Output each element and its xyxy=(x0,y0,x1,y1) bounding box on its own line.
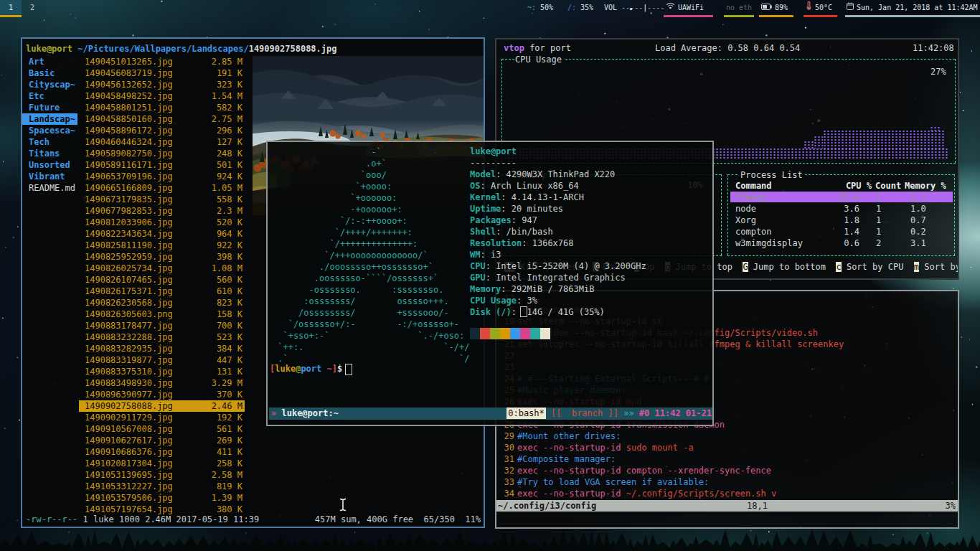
vim-line[interactable]: 34exec --no-startup-id ~/.config/Scripts… xyxy=(496,488,958,499)
directory-entry[interactable]: Art xyxy=(22,56,77,67)
directory-entry[interactable]: Unsorted xyxy=(22,159,77,171)
desktop: 1 2 ~: 50% /: 35% VOL -----|---- UAWiFi … xyxy=(0,0,980,551)
vim-status-bar: ~/.config/i3/config 18,1 3% xyxy=(496,500,958,512)
info-value: 20 minutes xyxy=(512,204,563,214)
info-colon: : xyxy=(517,296,527,306)
palette-swatch xyxy=(500,328,510,339)
line-number: 34 xyxy=(496,488,514,499)
process-row[interactable]: node3.611.0 xyxy=(730,203,953,215)
workspace-button-2[interactable]: 2 xyxy=(22,0,43,15)
file-row[interactable]: 1491053312227.jpg819 K xyxy=(22,481,484,492)
file-size: 501 K xyxy=(79,159,242,171)
vim-line[interactable]: 32exec --no-startup-id compton --xrender… xyxy=(496,465,958,476)
file-size: 922 K xyxy=(79,240,242,251)
hint-key[interactable]: G xyxy=(743,262,748,272)
module-disk-home[interactable]: ~: 50% xyxy=(527,0,553,15)
shell-prompt[interactable]: [luke@port ~]$ xyxy=(270,363,347,375)
process-row[interactable]: compton1.410.2 xyxy=(730,226,953,237)
file-details: 1 luke 1000 2.46M 2017-05-19 11:39 xyxy=(77,514,259,524)
directory-entry[interactable]: README.md xyxy=(22,182,77,194)
column-header[interactable]: Command xyxy=(735,180,772,192)
line-text: #Composite manager: xyxy=(517,453,616,465)
syntax-token: ~/.config/Scripts/screen.sh v xyxy=(621,489,777,499)
terminal-color-palette xyxy=(470,328,550,339)
process-row[interactable]: Xorg1.810.7 xyxy=(730,215,953,226)
file-row[interactable]: 1491053579506.jpg1.39 M xyxy=(22,492,484,504)
file-row[interactable]: 1490910627617.jpg269 K xyxy=(22,435,484,446)
file-size: 582 K xyxy=(79,102,242,113)
info-label: Disk (/) xyxy=(470,307,512,317)
battery-icon xyxy=(761,0,772,15)
module-ethernet[interactable]: no eth xyxy=(726,0,752,15)
process-row[interactable]: ffmpeg15.612.1 xyxy=(730,192,953,203)
process-row[interactable]: w3mimgdisplay0.623.1 xyxy=(730,237,953,249)
mouse-ibeam-cursor xyxy=(339,498,347,512)
process-command: w3mimgdisplay xyxy=(735,237,803,249)
process-box-border xyxy=(727,255,955,256)
datetime-underline xyxy=(845,15,980,17)
process-cpu: 1.8 xyxy=(844,215,859,226)
process-cpu: 3.6 xyxy=(844,203,859,215)
info-colon: : xyxy=(501,192,511,202)
cpu-box-title: CPU Usage xyxy=(515,54,562,65)
directory-entry[interactable]: Spacesca~ xyxy=(22,125,77,136)
hint-key[interactable]: c xyxy=(836,262,841,272)
process-box-title: Process List xyxy=(740,169,803,181)
palette-swatch xyxy=(470,328,480,339)
vim-line[interactable]: 31#Composite manager: xyxy=(496,453,958,465)
cpu-graph-peak xyxy=(930,126,941,131)
directory-entry[interactable]: Vibrant xyxy=(22,171,77,182)
workspace-button-1[interactable]: 1 xyxy=(0,0,22,17)
info-colon: : xyxy=(496,227,506,237)
syntax-token: exec --no-startup-id xyxy=(517,489,621,499)
directory-entry[interactable]: Titans xyxy=(22,148,77,159)
file-size: 2.46 M xyxy=(79,400,242,412)
directory-entry-selected[interactable]: Landscap~ xyxy=(22,113,77,125)
file-size: 964 K xyxy=(79,228,242,240)
file-size: 296 K xyxy=(79,125,242,136)
file-row[interactable]: 1491053139695.jpg2.58 M xyxy=(22,469,484,481)
file-size: 127 K xyxy=(79,136,242,148)
module-battery[interactable]: 89% xyxy=(761,0,788,15)
file-size: 411 K xyxy=(79,446,242,458)
directory-entry[interactable]: Basic xyxy=(22,67,77,79)
info-label: Shell xyxy=(470,227,496,237)
column-header[interactable]: Count xyxy=(875,180,901,192)
info-value: 980x551 xyxy=(532,238,574,248)
process-command: Xorg xyxy=(735,215,756,226)
vtop-title: vtop xyxy=(504,43,524,53)
directory-entry[interactable]: Future xyxy=(22,102,77,113)
tmux-window-name[interactable]: 0:bash* xyxy=(507,408,546,419)
file-size: 258 K xyxy=(79,458,242,469)
battery-underline xyxy=(759,15,793,17)
module-volume[interactable]: VOL -----|---- xyxy=(604,0,664,15)
cpu-graph-step xyxy=(804,141,814,149)
info-label: Kernel xyxy=(470,192,501,202)
module-datetime[interactable]: Sun, Jan 21, 2018 at 11:42AM xyxy=(847,0,978,15)
vim-line[interactable]: 29#Mount other drives: xyxy=(496,430,958,442)
file-size: 523 K xyxy=(79,331,242,343)
info-colon: : xyxy=(480,181,490,191)
vim-line[interactable]: 30exec --no-startup-id sudo mount -a xyxy=(496,442,958,453)
file-size: 191 K xyxy=(79,67,242,79)
info-label: OS xyxy=(470,181,480,191)
directory-entry[interactable]: Etc xyxy=(22,90,77,102)
info-value: 947 xyxy=(522,215,537,225)
syntax-token: exec --no-startup-id xyxy=(517,443,621,453)
column-header[interactable]: CPU % xyxy=(846,180,872,192)
process-count: 1 xyxy=(876,215,881,226)
file-size: 561 K xyxy=(79,423,242,435)
module-temperature[interactable]: 50°C xyxy=(806,0,832,15)
info-value: Arch Linux x86_64 xyxy=(491,181,579,191)
module-disk-root[interactable]: /: 35% xyxy=(567,0,593,15)
prompt-token: ~ xyxy=(321,364,331,374)
file-size: 269 K xyxy=(79,435,242,446)
file-row[interactable]: 1490910686376.jpg411 K xyxy=(22,446,484,458)
file-row[interactable]: 1491020817304.jpg258 K xyxy=(22,458,484,469)
directory-entry[interactable]: Tech xyxy=(22,136,77,148)
column-header[interactable]: Memory % xyxy=(905,180,946,192)
directory-entry[interactable]: Cityscap~ xyxy=(22,79,77,90)
module-wifi[interactable]: UAWiFi xyxy=(666,0,704,15)
vim-line[interactable]: 33#Try to load VGA screen if available: xyxy=(496,476,958,488)
hint-key[interactable]: m xyxy=(914,262,919,272)
